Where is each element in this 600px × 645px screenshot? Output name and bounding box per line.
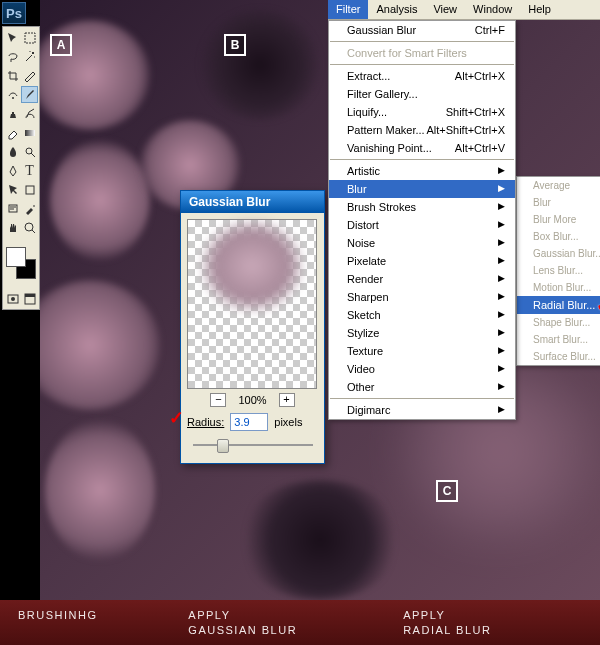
filter-digimarc[interactable]: Digimarc▶ <box>329 401 515 419</box>
filter-dropdown: Gaussian BlurCtrl+F Convert for Smart Fi… <box>328 20 516 420</box>
gaussian-blur-dialog: Gaussian Blur − 100% + ✓ Radius: pixels <box>180 190 325 464</box>
zoom-tool[interactable] <box>21 219 38 236</box>
eyedropper-tool[interactable] <box>21 200 38 217</box>
foreground-color[interactable] <box>6 247 26 267</box>
gradient-tool[interactable] <box>21 124 38 141</box>
filter-brush-strokes[interactable]: Brush Strokes▶ <box>329 198 515 216</box>
filter-artistic[interactable]: Artistic▶ <box>329 162 515 180</box>
filter-extract[interactable]: Extract...Alt+Ctrl+X <box>329 67 515 85</box>
zoom-level: 100% <box>238 394 266 406</box>
eraser-tool[interactable] <box>4 124 21 141</box>
caption-b: APPLYGAUSSIAN BLUR <box>170 600 385 645</box>
filter-texture[interactable]: Texture▶ <box>329 342 515 360</box>
dialog-title: Gaussian Blur <box>181 191 324 213</box>
hand-tool[interactable] <box>4 219 21 236</box>
filter-pixelate[interactable]: Pixelate▶ <box>329 252 515 270</box>
history-brush-tool[interactable] <box>21 105 38 122</box>
filter-distort[interactable]: Distort▶ <box>329 216 515 234</box>
filter-gallery[interactable]: Filter Gallery... <box>329 85 515 103</box>
radius-label: Radius: <box>187 416 224 428</box>
svg-rect-0 <box>25 33 35 43</box>
caption-a: BRUSHINHG <box>0 600 170 645</box>
checkmark-icon: ✓ <box>169 407 184 429</box>
slice-tool[interactable] <box>21 67 38 84</box>
lasso-tool[interactable] <box>4 48 21 65</box>
marker-c: C <box>436 480 458 502</box>
svg-rect-10 <box>25 294 35 297</box>
menu-bar: Filter Analysis View Window Help <box>328 0 600 20</box>
tools-palette: T <box>2 26 40 310</box>
blur-average[interactable]: Average <box>517 177 600 194</box>
photoshop-logo: Ps <box>2 2 26 24</box>
blur-more[interactable]: Blur More <box>517 211 600 228</box>
blur-smart[interactable]: Smart Blur... <box>517 331 600 348</box>
move-tool[interactable] <box>4 29 21 46</box>
blur-blur[interactable]: Blur <box>517 194 600 211</box>
blur-gaussian[interactable]: Gaussian Blur... <box>517 245 600 262</box>
blur-shape[interactable]: Shape Blur... <box>517 314 600 331</box>
menu-view[interactable]: View <box>425 0 465 19</box>
type-tool[interactable]: T <box>21 162 38 179</box>
path-selection-tool[interactable] <box>4 181 21 198</box>
blur-lens[interactable]: Lens Blur... <box>517 262 600 279</box>
filter-video[interactable]: Video▶ <box>329 360 515 378</box>
shape-tool[interactable] <box>21 181 38 198</box>
filter-render[interactable]: Render▶ <box>329 270 515 288</box>
notes-tool[interactable] <box>4 200 21 217</box>
menu-help[interactable]: Help <box>520 0 559 19</box>
magic-wand-tool[interactable] <box>21 48 38 65</box>
dodge-tool[interactable] <box>21 143 38 160</box>
radius-slider[interactable] <box>193 437 313 453</box>
svg-point-1 <box>12 97 14 99</box>
filter-sharpen[interactable]: Sharpen▶ <box>329 288 515 306</box>
filter-last[interactable]: Gaussian BlurCtrl+F <box>329 21 515 39</box>
menu-window[interactable]: Window <box>465 0 520 19</box>
color-swatches[interactable] <box>4 245 38 281</box>
marker-a: A <box>50 34 72 56</box>
filter-smart: Convert for Smart Filters <box>329 44 515 62</box>
svg-rect-2 <box>25 130 35 136</box>
marker-b: B <box>224 34 246 56</box>
clone-stamp-tool[interactable] <box>4 105 21 122</box>
blur-tool[interactable] <box>4 143 21 160</box>
brush-tool[interactable] <box>21 86 38 103</box>
radius-input[interactable] <box>230 413 268 431</box>
filter-sketch[interactable]: Sketch▶ <box>329 306 515 324</box>
filter-vanishing-point[interactable]: Vanishing Point...Alt+Ctrl+V <box>329 139 515 157</box>
blur-box[interactable]: Box Blur... <box>517 228 600 245</box>
filter-other[interactable]: Other▶ <box>329 378 515 396</box>
menu-analysis[interactable]: Analysis <box>368 0 425 19</box>
blur-motion[interactable]: Motion Blur... <box>517 279 600 296</box>
svg-point-6 <box>25 223 33 231</box>
blur-radial[interactable]: Radial Blur...✓ <box>517 296 600 314</box>
caption-bar: BRUSHINHG APPLYGAUSSIAN BLUR APPLYRADIAL… <box>0 600 600 645</box>
quick-mask-toggle[interactable] <box>4 290 21 307</box>
marquee-tool[interactable] <box>21 29 38 46</box>
zoom-in-button[interactable]: + <box>279 393 295 407</box>
menu-filter[interactable]: Filter <box>328 0 368 19</box>
filter-stylize[interactable]: Stylize▶ <box>329 324 515 342</box>
filter-noise[interactable]: Noise▶ <box>329 234 515 252</box>
blur-submenu: Average Blur Blur More Box Blur... Gauss… <box>516 176 600 366</box>
checkmark-icon: ✓ <box>596 294 600 316</box>
svg-point-8 <box>11 297 15 301</box>
filter-blur[interactable]: Blur▶ <box>329 180 515 198</box>
filter-preview[interactable] <box>187 219 317 389</box>
healing-brush-tool[interactable] <box>4 86 21 103</box>
radius-unit: pixels <box>274 416 302 428</box>
pen-tool[interactable] <box>4 162 21 179</box>
filter-liquify[interactable]: Liquify...Shift+Ctrl+X <box>329 103 515 121</box>
svg-rect-4 <box>26 186 34 194</box>
zoom-out-button[interactable]: − <box>210 393 226 407</box>
caption-c: APPLYRADIAL BLUR <box>385 600 600 645</box>
crop-tool[interactable] <box>4 67 21 84</box>
screen-mode-toggle[interactable] <box>21 290 38 307</box>
filter-pattern-maker[interactable]: Pattern Maker...Alt+Shift+Ctrl+X <box>329 121 515 139</box>
blur-surface[interactable]: Surface Blur... <box>517 348 600 365</box>
